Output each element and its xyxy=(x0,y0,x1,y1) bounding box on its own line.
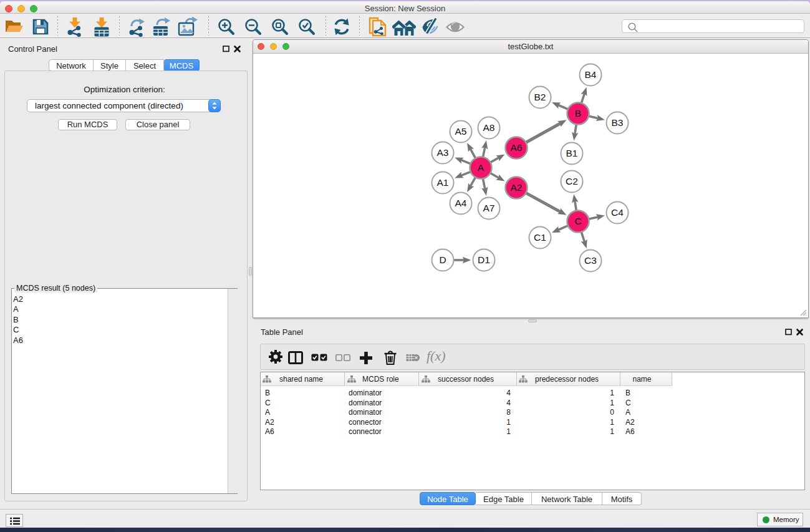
svg-text:B4: B4 xyxy=(585,69,597,80)
svg-text:B3: B3 xyxy=(612,117,624,128)
svg-text:C2: C2 xyxy=(566,176,578,186)
svg-text:A: A xyxy=(478,162,485,173)
svg-text:C1: C1 xyxy=(534,232,546,243)
svg-text:A2: A2 xyxy=(511,182,523,193)
svg-text:C: C xyxy=(574,216,581,226)
svg-text:A1: A1 xyxy=(437,177,449,188)
svg-text:A3: A3 xyxy=(437,147,449,158)
svg-text:A5: A5 xyxy=(455,126,467,137)
svg-text:A7: A7 xyxy=(483,203,495,213)
svg-text:D1: D1 xyxy=(478,254,490,265)
svg-text:A6: A6 xyxy=(511,142,523,153)
svg-text:B: B xyxy=(575,108,581,118)
svg-text:B2: B2 xyxy=(534,92,546,102)
svg-text:A8: A8 xyxy=(483,122,495,133)
svg-text:C4: C4 xyxy=(611,207,624,218)
svg-text:B1: B1 xyxy=(566,148,578,158)
svg-text:C3: C3 xyxy=(584,255,597,266)
svg-text:A4: A4 xyxy=(455,198,467,208)
svg-text:D: D xyxy=(439,254,446,265)
